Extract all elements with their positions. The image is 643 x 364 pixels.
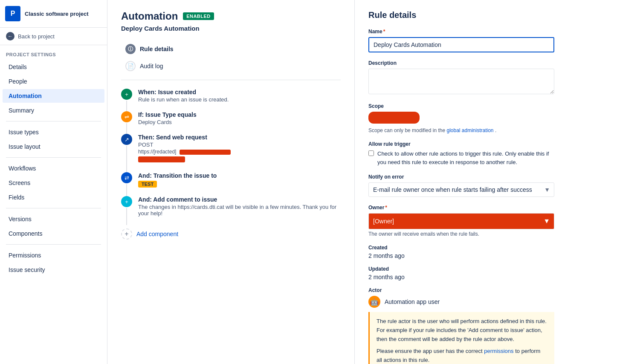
page-title: Automation [121, 10, 178, 22]
allow-rule-trigger-label: Allow rule trigger [368, 141, 554, 147]
scope-label: Scope [368, 103, 554, 109]
owner-select[interactable]: [Owner] [368, 213, 554, 229]
notify-on-error-select[interactable]: E-mail rule owner once when rule starts … [368, 182, 554, 197]
and2-content: And: Add comment to issue The changes in… [138, 196, 341, 217]
sidebar-item-people[interactable]: People [3, 75, 104, 88]
scope-pill [368, 112, 420, 124]
sidebar-item-details[interactable]: Details [3, 60, 104, 74]
notify-on-error-label: Notify on error [368, 174, 554, 180]
sidebar-item-automation[interactable]: Automation [3, 89, 104, 103]
project-name: Classic software project [25, 11, 89, 17]
sidebar-item-screens[interactable]: Screens [3, 176, 104, 190]
and1-title: And: Transition the issue to [138, 172, 341, 179]
and2-title: And: Add comment to issue [138, 196, 341, 203]
sidebar-item-summary[interactable]: Summary [3, 104, 104, 117]
sidebar: P Classic software project ← Back to pro… [0, 0, 107, 364]
tab-list: ⓘ Rule details 📄 Audit log [121, 40, 341, 80]
and1-icon: ⇄ [121, 172, 132, 183]
add-component-button[interactable]: + Add component [121, 225, 341, 243]
if-content: If: Issue Type equals Deploy Cards [138, 111, 341, 125]
and2-icon: + [121, 196, 132, 207]
back-to-project[interactable]: ← Back to project [0, 28, 107, 45]
when-desc: Rule is run when an issue is created. [138, 96, 341, 103]
sidebar-item-workflows[interactable]: Workflows [3, 162, 104, 175]
permissions-link[interactable]: permissions [484, 348, 513, 354]
actor-section: Actor 🤖 Automation app user The rule act… [368, 287, 554, 364]
actor-row: 🤖 Automation app user [368, 296, 554, 308]
owner-label: Owner * [368, 205, 554, 211]
content-area: Automation ENABLED Deploy Cards Automati… [107, 0, 643, 364]
project-settings-label: Project settings [0, 45, 107, 60]
when-icon: + [121, 89, 132, 100]
flow-step-then[interactable]: ↗ Then: Send web request POST https://[r… [121, 134, 341, 172]
sidebar-item-issue-security[interactable]: Issue security [3, 263, 104, 277]
scope-field-group: Scope Scope can only be modified in the … [368, 103, 554, 133]
created-section: Created 2 months ago [368, 245, 554, 259]
info-text2: Please ensure the app user has the corre… [377, 347, 547, 364]
owner-hint: The owner will receive emails when the r… [368, 231, 554, 237]
add-component-icon: + [121, 228, 132, 240]
description-label: Description [368, 60, 554, 66]
divider-2 [6, 157, 101, 158]
sidebar-item-fields[interactable]: Fields [3, 191, 104, 204]
sidebar-item-components[interactable]: Components [3, 227, 104, 240]
and1-content: And: Transition the issue to TEST [138, 172, 341, 188]
right-title: Rule details [368, 10, 554, 20]
notify-select-wrapper: E-mail rule owner once when rule starts … [368, 182, 554, 197]
audit-log-icon: 📄 [125, 61, 136, 71]
flow-step-if[interactable]: ⇌ If: Issue Type equals Deploy Cards [121, 111, 341, 134]
then-icon: ↗ [121, 134, 132, 145]
actor-label: Actor [368, 287, 554, 293]
flow-step-when[interactable]: + When: Issue created Rule is run when a… [121, 89, 341, 111]
actor-name: Automation app user [385, 298, 440, 305]
if-title: If: Issue Type equals [138, 111, 341, 118]
global-admin-link[interactable]: global administration [446, 127, 493, 133]
right-panel: Rule details Name * Description Scope [355, 0, 568, 364]
tab-rule-details-label: Rule details [140, 46, 174, 52]
tab-rule-details[interactable]: ⓘ Rule details [121, 40, 341, 58]
sidebar-item-versions[interactable]: Versions [3, 212, 104, 226]
divider-1 [6, 121, 101, 121]
tab-audit-log[interactable]: 📄 Audit log [121, 58, 341, 75]
divider-3 [6, 208, 101, 208]
tab-audit-log-label: Audit log [140, 63, 163, 69]
updated-value: 2 months ago [368, 274, 554, 280]
page-header: Automation ENABLED [121, 10, 341, 22]
when-title: When: Issue created [138, 89, 341, 95]
flow-step-and1[interactable]: ⇄ And: Transition the issue to TEST [121, 172, 341, 196]
and2-desc: The changes in https://cards.dti.cat wil… [138, 204, 341, 217]
scope-hint: Scope can only be modified in the global… [368, 127, 554, 133]
divider-4 [6, 244, 101, 245]
sub-title: Deploy Cards Automation [121, 25, 341, 32]
enabled-badge: ENABLED [183, 12, 214, 20]
info-text1: The rule actor is the user who will perf… [377, 317, 547, 344]
add-component-label: Add component [136, 231, 178, 237]
name-required-star: * [383, 29, 385, 35]
then-content: Then: Send web request POST https://[red… [138, 134, 341, 164]
sidebar-item-issue-types[interactable]: Issue types [3, 125, 104, 139]
and1-badge: TEST [138, 181, 157, 188]
name-field-group: Name * [368, 29, 554, 52]
then-title: Then: Send web request [138, 134, 341, 141]
when-content: When: Issue created Rule is run when an … [138, 89, 341, 103]
main-content: Automation ENABLED Deploy Cards Automati… [107, 0, 643, 364]
owner-select-wrapper: [Owner] ▼ [368, 213, 554, 229]
name-label: Name * [368, 29, 554, 35]
owner-required-star: * [385, 205, 387, 211]
created-label: Created [368, 245, 554, 251]
actor-info-box: The rule actor is the user who will perf… [368, 312, 554, 364]
updated-label: Updated [368, 266, 554, 272]
allow-rule-trigger-group: Allow rule trigger Check to allow other … [368, 141, 554, 166]
description-textarea[interactable] [368, 69, 554, 94]
flow-step-and2[interactable]: + And: Add comment to issue The changes … [121, 196, 341, 225]
allow-rule-trigger-checkbox[interactable] [368, 150, 374, 156]
notify-on-error-group: Notify on error E-mail rule owner once w… [368, 174, 554, 197]
owner-field-group: Owner * [Owner] ▼ The owner will receive… [368, 205, 554, 237]
sidebar-item-issue-layout[interactable]: Issue layout [3, 140, 104, 153]
center-panel: Automation ENABLED Deploy Cards Automati… [107, 0, 355, 364]
then-url: https://[redacted] [138, 149, 341, 155]
if-icon: ⇌ [121, 111, 132, 122]
name-input[interactable] [368, 37, 554, 52]
created-value: 2 months ago [368, 252, 554, 259]
sidebar-item-permissions[interactable]: Permissions [3, 248, 104, 262]
